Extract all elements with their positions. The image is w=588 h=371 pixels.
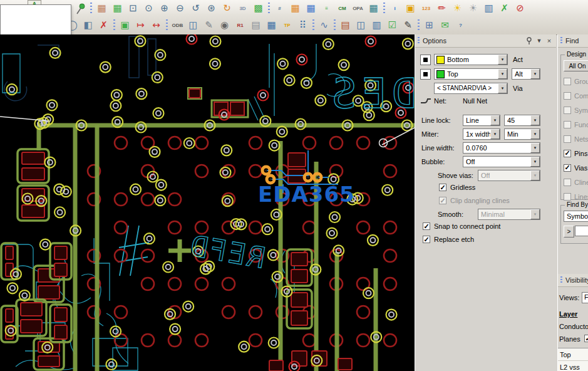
pin-icon[interactable] — [525, 36, 534, 45]
no-pick-cursor-button[interactable]: ⊘ — [512, 1, 528, 16]
alt-combobox[interactable]: Alt ▼ — [512, 68, 540, 80]
via-array-button[interactable]: ⠿ — [295, 18, 311, 33]
visibility-panel-header[interactable]: Visibility — [558, 274, 588, 287]
panel-grip[interactable] — [560, 37, 562, 44]
testprep-key-button[interactable]: TP — [279, 18, 295, 33]
docked-blank-palette[interactable] — [0, 4, 71, 38]
find-filter-checkbox[interactable]: ✓ — [564, 150, 571, 157]
padstack-editor-button[interactable]: ▣ — [117, 18, 133, 33]
find-filter-vias[interactable]: ✓Vias — [564, 160, 588, 175]
combo-arrow-icon[interactable]: ▼ — [530, 143, 540, 153]
color-brush-button[interactable]: ✏ — [434, 1, 450, 16]
snapshot-button[interactable]: ◉ — [217, 18, 232, 33]
find-filter-checkbox[interactable]: ✓ — [564, 164, 571, 172]
combo-arrow-icon[interactable]: ▼ — [530, 157, 540, 167]
chevron-down-icon[interactable]: ▼ — [535, 36, 544, 45]
alternate-class-combobox[interactable]: Top ▼ — [434, 68, 508, 80]
via-combobox[interactable]: < STANDARDVIA > ▼ — [434, 83, 508, 94]
artwork-grid-button[interactable]: ▦ — [264, 18, 279, 33]
zoom-world-button[interactable]: ⊛ — [204, 1, 219, 16]
bubble-combobox[interactable]: Off ▼ — [463, 156, 540, 167]
help-button[interactable]: ? — [453, 18, 468, 33]
notes-pad-button[interactable]: ▤ — [248, 18, 264, 33]
fix-tool-button[interactable]: ✎ — [201, 18, 217, 33]
panel-grip[interactable] — [560, 276, 562, 284]
dehighlight-button[interactable]: ☀ — [465, 1, 481, 16]
find-by-combobox[interactable]: Symbol ▼ — [564, 211, 588, 222]
markup-pen-button[interactable]: ✎ — [400, 18, 416, 33]
layer-row-l2[interactable]: L2 vss — [558, 361, 588, 371]
alternate-layer-toggle[interactable] — [420, 69, 431, 80]
copy-objects-button[interactable]: ⊞ — [421, 18, 437, 33]
combo-arrow-icon[interactable]: ▼ — [490, 115, 500, 125]
pcb-design-view[interactable]: DESREFDEDA365 — [0, 34, 415, 371]
undo-button[interactable]: ↻ — [219, 1, 235, 16]
constraint-manager-button[interactable]: CM — [334, 1, 350, 16]
highlight-button[interactable]: ☀ — [450, 1, 465, 16]
grid-toggle-button[interactable]: # — [272, 1, 287, 16]
find-name-input[interactable] — [575, 226, 588, 236]
refdes-tool-button[interactable]: R1 — [232, 18, 248, 33]
zoom-in-button[interactable]: ⊕ — [157, 1, 172, 16]
combo-arrow-icon[interactable]: ▼ — [498, 83, 507, 93]
zoom-out-button[interactable]: ⊖ — [172, 1, 188, 16]
active-layer-toggle[interactable] — [420, 55, 431, 65]
planes-checkbox[interactable]: ✓ — [584, 335, 588, 342]
delete-vertex-button[interactable]: ✗ — [96, 18, 111, 33]
pushpin-button[interactable] — [73, 1, 88, 16]
find-more-button[interactable]: > — [564, 226, 574, 238]
line-lock-combobox[interactable]: Line ▼ — [463, 115, 500, 126]
replace-etch-checkbox[interactable]: ✓ — [423, 236, 430, 243]
zoom-points-button[interactable]: ⊙ — [141, 1, 157, 16]
cross-section-button[interactable]: ◫ — [185, 18, 201, 33]
check-report-button[interactable]: ☑ — [384, 18, 400, 33]
miter-combobox[interactable]: 1x width ▼ — [463, 128, 500, 140]
dimension-span-button[interactable]: ↔ — [148, 18, 164, 33]
graphs-button[interactable]: ▥ — [481, 1, 497, 16]
combo-arrow-icon[interactable]: ▼ — [498, 69, 507, 79]
color-dialog-button[interactable]: ▩ — [250, 1, 266, 16]
combo-arrow-icon[interactable]: ▼ — [498, 55, 507, 65]
shape-tool-button[interactable]: ◧ — [80, 18, 96, 33]
find-panel-header[interactable]: Find — [558, 34, 588, 48]
show-measure-button[interactable]: 123 — [418, 1, 434, 16]
pcb-canvas[interactable]: DESREFDEDA365 — [0, 34, 415, 371]
color-grid-button[interactable]: ▦ — [110, 1, 125, 16]
layer-stack-button[interactable]: ≡ — [319, 1, 334, 16]
report-memo-button[interactable]: ▤ — [338, 18, 353, 33]
stackup-report-button[interactable]: ▥ — [369, 18, 384, 33]
line-angle-combobox[interactable]: 45 ▼ — [504, 115, 540, 126]
snap-checkbox[interactable]: ✓ — [423, 222, 430, 230]
zoom-fit-button[interactable]: ⊡ — [125, 1, 141, 16]
combo-arrow-icon[interactable]: ▼ — [530, 115, 540, 125]
miter-min-combobox[interactable]: Min ▼ — [504, 128, 540, 140]
combo-arrow-icon[interactable]: ▼ — [530, 69, 540, 79]
combo-arrow-icon[interactable]: ▼ — [530, 129, 540, 139]
close-icon[interactable]: × — [545, 36, 554, 45]
module-blocks-button[interactable]: ▦ — [303, 1, 319, 16]
view-3d-button[interactable]: 3D — [235, 1, 250, 16]
combo-arrow-icon[interactable]: ▼ — [490, 129, 500, 139]
layer-row-top[interactable]: Top — [558, 348, 588, 361]
properties-table-button[interactable]: OPA — [350, 1, 366, 16]
mail-send-button[interactable]: ✉ — [437, 18, 453, 33]
sketch-grid-button[interactable]: ▦ — [94, 1, 110, 16]
all-on-button[interactable]: All On — [564, 60, 588, 71]
options-panel-header[interactable]: Options ▼ × — [415, 34, 556, 48]
add-connect-button[interactable]: ∿ — [316, 18, 332, 33]
reports-table-button[interactable]: ▦ — [366, 1, 381, 16]
gridless-checkbox[interactable]: ✓ — [439, 184, 446, 191]
line-width-combobox[interactable]: 0.0760 ▼ — [463, 142, 540, 154]
zoom-previous-button[interactable]: ↺ — [188, 1, 204, 16]
waive-tool-button[interactable]: ✗ — [497, 1, 512, 16]
element-query-button[interactable]: ▣ — [403, 1, 418, 16]
active-class-combobox[interactable]: Bottom ▼ — [434, 54, 508, 65]
swap-blocks-button[interactable]: ▦ — [287, 1, 303, 16]
panel-grip[interactable] — [418, 37, 420, 44]
find-filter-pins[interactable]: ✓Pins — [564, 146, 588, 160]
views-input[interactable]: F — [582, 292, 588, 303]
dimension-line-button[interactable]: ↦ — [133, 18, 148, 33]
show-element-button[interactable]: i — [387, 1, 403, 16]
drawing-book-button[interactable]: ◫ — [353, 18, 369, 33]
odb-export-button[interactable]: ODB — [170, 18, 185, 33]
